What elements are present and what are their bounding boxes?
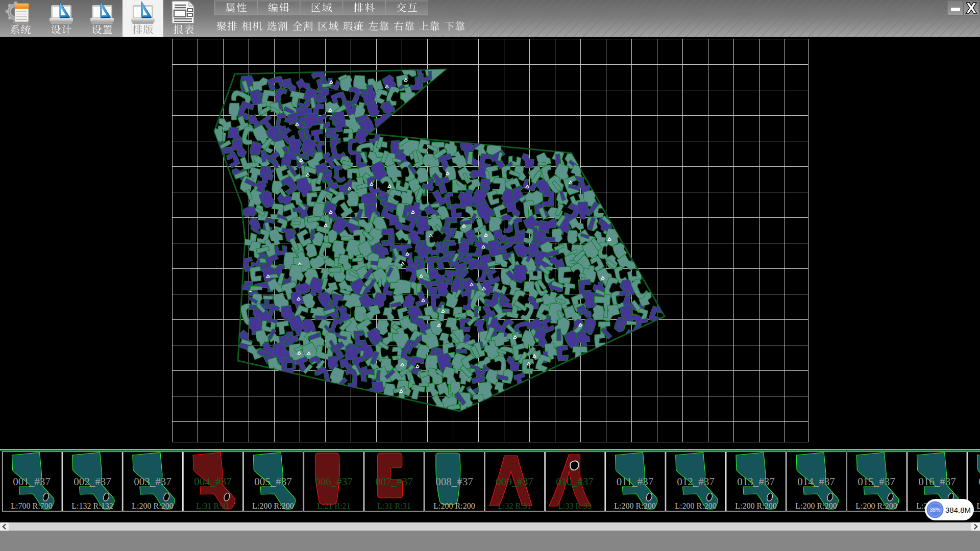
svg-text:015_#37: 015_#37	[857, 475, 895, 488]
svg-text:L:31 R:31: L:31 R:31	[377, 502, 410, 510]
svg-text:005_#37: 005_#37	[254, 475, 292, 488]
svg-text:009_#37: 009_#37	[496, 475, 533, 488]
svg-text:003_#37: 003_#37	[134, 475, 172, 488]
svg-text:012_#37: 012_#37	[677, 475, 715, 488]
svg-text:L:31 R:31: L:31 R:31	[196, 502, 229, 510]
svg-text:013_#37: 013_#37	[737, 475, 775, 488]
svg-text:L:200 R:200: L:200 R:200	[433, 502, 475, 510]
svg-text:L:33 R:33: L:33 R:33	[558, 502, 591, 510]
svg-text:008_#37: 008_#37	[435, 475, 473, 488]
svg-text:L:21 R:21: L:21 R:21	[317, 502, 350, 510]
svg-text:002_#37: 002_#37	[74, 475, 111, 488]
svg-text:L:200 R:200: L:200 R:200	[132, 502, 173, 510]
svg-text:004_#37: 004_#37	[194, 475, 232, 488]
svg-text:L:700 R:700: L:700 R:700	[11, 502, 52, 510]
svg-text:L:32 R:31: L:32 R:31	[498, 502, 531, 510]
svg-text:L:200 R:200: L:200 R:200	[675, 502, 716, 510]
svg-text:010_#37: 010_#37	[556, 475, 594, 488]
svg-text:014_#37: 014_#37	[797, 475, 835, 488]
svg-text:006_#37: 006_#37	[315, 475, 353, 488]
svg-text:011_#37: 011_#37	[617, 475, 654, 488]
svg-text:38%: 38%	[929, 507, 940, 513]
svg-text:L:200 R:200: L:200 R:200	[976, 502, 980, 510]
svg-text:001_#37: 001_#37	[13, 475, 51, 488]
svg-text:384.8M: 384.8M	[945, 506, 971, 514]
svg-text:007_#37: 007_#37	[375, 475, 413, 488]
svg-text:L:132 R:132: L:132 R:132	[71, 502, 113, 510]
svg-text:L:200 R:200: L:200 R:200	[795, 502, 837, 510]
svg-text:L:200 R:200: L:200 R:200	[855, 502, 897, 510]
svg-text:L:200 R:200: L:200 R:200	[252, 502, 293, 510]
svg-text:L:200 R:200: L:200 R:200	[735, 502, 776, 510]
svg-text:016_#37: 016_#37	[918, 475, 956, 488]
svg-text:L:200 R:200: L:200 R:200	[614, 502, 655, 510]
